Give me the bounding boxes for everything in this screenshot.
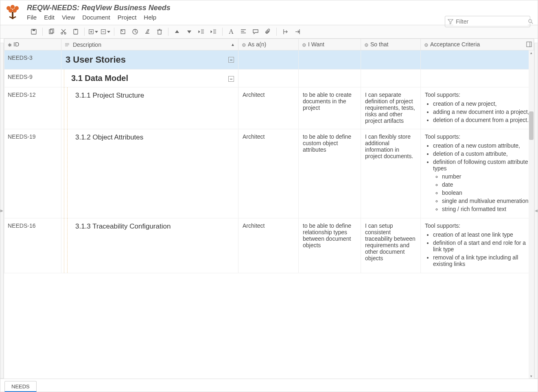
cell-id: NEEDS-9 xyxy=(4,70,61,87)
cell-as_a[interactable] xyxy=(238,50,299,70)
cell-id: NEEDS-16 xyxy=(4,218,61,273)
cell-i_want[interactable] xyxy=(299,50,361,70)
indent-icon[interactable] xyxy=(208,26,219,37)
col-header-so-that[interactable]: ⚙So that xyxy=(361,39,421,50)
cell-i_want[interactable]: to be able to define relationship types … xyxy=(299,218,361,273)
menu-edit[interactable]: Edit xyxy=(44,14,55,21)
col-header-id[interactable]: ✱ID xyxy=(4,39,61,50)
collapse-toggle-icon[interactable]: – xyxy=(228,57,234,63)
menu-project[interactable]: Project xyxy=(118,14,137,21)
sort-asc-icon[interactable]: ▲ xyxy=(231,42,235,47)
menu-view[interactable]: View xyxy=(62,14,75,21)
collapse-toggle-icon[interactable]: – xyxy=(228,76,234,82)
clear-format-icon[interactable] xyxy=(142,26,153,37)
cell-as_a[interactable]: Architect xyxy=(238,87,299,129)
remove-item-icon[interactable] xyxy=(100,26,111,37)
filter-input[interactable] xyxy=(453,18,528,25)
delete-icon[interactable] xyxy=(154,26,165,37)
add-item-icon[interactable] xyxy=(88,26,98,37)
document-tabs: NEEDS xyxy=(0,379,538,392)
cell-id: NEEDS-19 xyxy=(4,129,61,218)
svg-point-1 xyxy=(11,5,15,9)
cell-acceptance[interactable] xyxy=(421,70,534,87)
outdent-icon[interactable] xyxy=(196,26,207,37)
cell-so_that[interactable]: I can setup consistent traceability betw… xyxy=(361,218,421,273)
save-icon[interactable] xyxy=(28,26,39,37)
col-header-acceptance[interactable]: ⚙Acceptance Criteria xyxy=(421,39,534,50)
vertical-scrollbar[interactable]: ▴ ▾ xyxy=(529,50,534,379)
text-format-icon[interactable]: A xyxy=(226,26,236,37)
document-title: REQW-NEEDS: ReqView Business Needs xyxy=(27,4,534,12)
attachment-icon[interactable] xyxy=(262,26,273,37)
table-row[interactable]: NEEDS-93.1 Data Model– xyxy=(4,70,534,87)
cell-i_want[interactable]: to be able to define custom object attri… xyxy=(299,129,361,218)
cell-description[interactable]: 3.1.3 Traceability Configuration xyxy=(61,218,238,273)
col-header-as-a[interactable]: ⚙As a(n) xyxy=(238,39,299,50)
table-row[interactable]: NEEDS-123.1.1 Project StructureArchitect… xyxy=(4,87,534,129)
paste-icon[interactable] xyxy=(70,26,81,37)
cell-acceptance[interactable] xyxy=(421,50,534,70)
cell-description[interactable]: 3.1 Data Model– xyxy=(61,70,238,87)
svg-rect-15 xyxy=(75,29,77,30)
right-panel-toggle[interactable]: ◀ xyxy=(534,43,538,379)
cell-id: NEEDS-3 xyxy=(4,50,61,70)
link-in-icon[interactable] xyxy=(292,26,303,37)
cell-acceptance[interactable]: Tool supports:creation of at least one l… xyxy=(421,218,534,273)
left-panel-toggle[interactable]: ▶ xyxy=(0,43,4,379)
columns-panel-icon[interactable] xyxy=(526,41,532,47)
menu-document[interactable]: Document xyxy=(82,14,110,21)
svg-point-13 xyxy=(64,33,66,34)
cell-id: NEEDS-12 xyxy=(4,87,61,129)
svg-rect-9 xyxy=(33,29,35,31)
cell-description[interactable]: 3 User Stories– xyxy=(61,50,238,70)
cell-so_that[interactable] xyxy=(361,50,421,70)
copy-icon[interactable] xyxy=(46,26,57,37)
cell-so_that[interactable]: I can flexibly store additional informat… xyxy=(361,129,421,218)
table-row[interactable]: NEEDS-193.1.2 Object AttributesArchitect… xyxy=(4,129,534,218)
cell-so_that[interactable] xyxy=(361,70,421,87)
cell-acceptance[interactable]: Tool supports:creation of a new project,… xyxy=(421,87,534,129)
svg-line-7 xyxy=(531,22,533,24)
link-out-icon[interactable] xyxy=(280,26,291,37)
cell-as_a[interactable] xyxy=(238,70,299,87)
cell-description[interactable]: 3.1.2 Object Attributes xyxy=(61,129,238,218)
cell-acceptance[interactable]: Tool supports:creation of a new custom a… xyxy=(421,129,534,218)
svg-point-6 xyxy=(529,20,532,23)
col-header-description[interactable]: Description ▲ xyxy=(61,39,238,50)
promote-icon[interactable] xyxy=(118,26,128,37)
filter-funnel-icon xyxy=(448,19,453,24)
move-up-icon[interactable] xyxy=(172,26,182,37)
menu-file[interactable]: File xyxy=(27,14,37,21)
requirements-table: ✱ID Description ▲ ⚙As a(n) ⚙I Want ⚙So t… xyxy=(4,39,534,273)
col-header-i-want[interactable]: ⚙I Want xyxy=(299,39,361,50)
cell-description[interactable]: 3.1.1 Project Structure xyxy=(61,87,238,129)
move-down-icon[interactable] xyxy=(184,26,195,37)
table-row[interactable]: NEEDS-163.1.3 Traceability Configuration… xyxy=(4,218,534,273)
tab-needs[interactable]: NEEDS xyxy=(4,381,37,392)
menu-help[interactable]: Help xyxy=(144,14,156,21)
demote-icon[interactable] xyxy=(130,26,140,37)
cell-so_that[interactable]: I can separate definition of project req… xyxy=(361,87,421,129)
app-logo xyxy=(4,4,21,21)
search-icon[interactable] xyxy=(528,19,534,24)
cell-as_a[interactable]: Architect xyxy=(238,218,299,273)
svg-rect-34 xyxy=(527,42,531,47)
comment-icon[interactable] xyxy=(250,26,261,37)
table-row[interactable]: NEEDS-33 User Stories– xyxy=(4,50,534,70)
filter-box[interactable] xyxy=(445,16,530,27)
cell-i_want[interactable]: to be able to create documents in the pr… xyxy=(299,87,361,129)
cell-i_want[interactable] xyxy=(299,70,361,87)
align-icon[interactable] xyxy=(238,26,249,37)
cut-icon[interactable] xyxy=(58,26,69,37)
scrollbar-thumb[interactable] xyxy=(529,111,534,140)
svg-rect-21 xyxy=(158,30,161,34)
svg-point-12 xyxy=(61,33,63,34)
cell-as_a[interactable]: Architect xyxy=(238,129,299,218)
